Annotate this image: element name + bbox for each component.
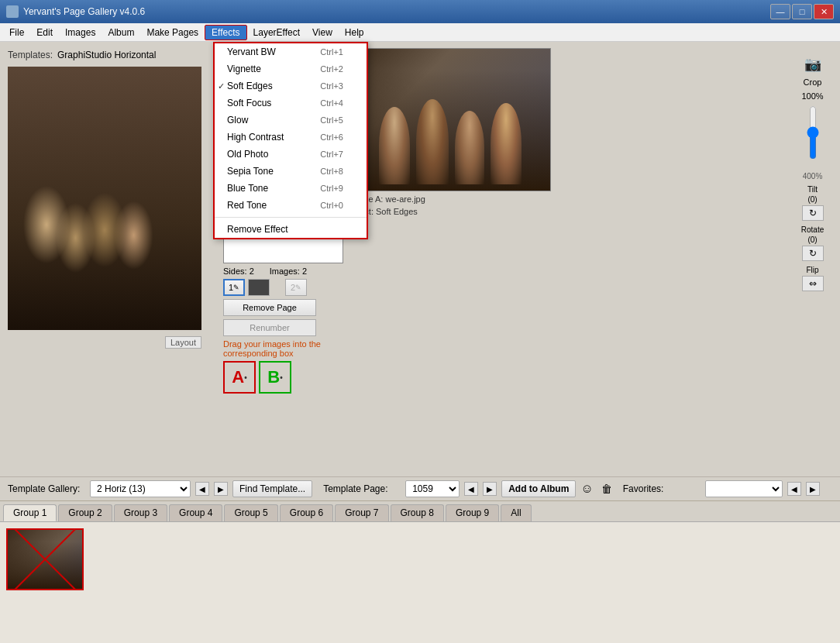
effect-yervant-bw[interactable]: Yervant BW Ctrl+1 xyxy=(215,43,367,60)
tilt-label: Tilt xyxy=(807,185,818,194)
group-tab-2[interactable]: Group 2 xyxy=(58,504,112,521)
drop-zone-b[interactable]: B• xyxy=(259,361,291,394)
rotate-btn[interactable]: ↻ xyxy=(802,246,824,261)
template-gallery-prev[interactable]: ◀ xyxy=(195,482,209,496)
thumbnail-item[interactable] xyxy=(6,528,84,590)
menu-makepages[interactable]: Make Pages xyxy=(140,26,205,40)
effect-glow[interactable]: Glow Ctrl+5 xyxy=(215,112,367,129)
menu-edit[interactable]: Edit xyxy=(30,26,59,40)
template-page-next[interactable]: ▶ xyxy=(483,482,497,496)
zoom-label: 400% xyxy=(803,172,823,181)
flip-label: Flip xyxy=(806,266,818,274)
drop-zone-a[interactable]: A• xyxy=(223,361,256,394)
rotate-label: Rotate xyxy=(801,225,824,234)
left-panel: Templates: GraphiStudio Horizontal Layou… xyxy=(0,42,217,476)
menu-effects[interactable]: Effects xyxy=(205,25,246,40)
title-bar: Yervant's Page Gallery v4.0.6 — □ ✕ xyxy=(0,0,840,23)
menu-help[interactable]: Help xyxy=(339,26,370,40)
right-controls: 📷 Crop 100% 400% Tilt (0) ↻ Rotate (0) ↻… xyxy=(791,48,834,470)
template-gallery-label: Template Gallery: xyxy=(8,483,85,494)
group-tab-5[interactable]: Group 5 xyxy=(224,504,277,521)
preview-area: Image A: we-are.jpg Effect: Soft Edges xyxy=(349,48,785,470)
add-to-album-button[interactable]: Add to Album xyxy=(501,480,576,497)
maximize-button[interactable]: □ xyxy=(792,4,812,19)
crop-percent: 100% xyxy=(801,91,823,101)
trash-icon[interactable]: 🗑 xyxy=(601,483,612,495)
template-page-prev[interactable]: ◀ xyxy=(464,482,478,496)
template-gallery-next[interactable]: ▶ xyxy=(214,482,228,496)
layout-label[interactable]: Layout xyxy=(165,336,201,349)
preview-image xyxy=(349,48,551,191)
main-content: Templates: GraphiStudio Horizontal Layou… xyxy=(0,42,840,476)
group-content xyxy=(0,522,840,643)
template-preview xyxy=(8,67,201,330)
template-page-label: Template Page: xyxy=(323,483,401,494)
template-image xyxy=(8,67,201,330)
crop-slider[interactable] xyxy=(807,105,819,160)
group-tab-1[interactable]: Group 1 xyxy=(3,504,57,521)
template-value: GraphiStudio Horizontal xyxy=(57,50,156,60)
tilt-value: (0) xyxy=(807,195,817,204)
smiley-icon[interactable]: ☺ xyxy=(580,482,593,496)
group-tab-4[interactable]: Group 4 xyxy=(169,504,222,521)
remove-page-button[interactable]: Remove Page xyxy=(223,299,316,316)
group-tab-3[interactable]: Group 3 xyxy=(114,504,167,521)
menu-album[interactable]: Album xyxy=(102,26,140,40)
group-tabs: Group 1 Group 2 Group 3 Group 4 Group 5 … xyxy=(0,501,840,522)
menu-view[interactable]: View xyxy=(306,26,339,40)
effects-dropdown: Yervant BW Ctrl+1 Vignette Ctrl+2 ✓ Soft… xyxy=(213,42,368,239)
page-black-btn[interactable] xyxy=(248,279,270,296)
favorites-label: Favorites: xyxy=(623,483,701,494)
minimize-button[interactable]: — xyxy=(770,4,790,19)
favorites-select[interactable] xyxy=(705,480,783,497)
effect-sepia-tone[interactable]: Sepia Tone Ctrl+8 xyxy=(215,163,367,180)
effect-blue-tone[interactable]: Blue Tone Ctrl+9 xyxy=(215,180,367,197)
effect-high-contrast[interactable]: High Contrast Ctrl+6 xyxy=(215,129,367,146)
menu-images[interactable]: Images xyxy=(59,26,102,40)
cross-overlay xyxy=(8,530,82,589)
effect-soft-focus[interactable]: Soft Focus Ctrl+4 xyxy=(215,95,367,112)
find-template-button[interactable]: Find Template... xyxy=(232,480,312,497)
favorites-prev[interactable]: ◀ xyxy=(787,482,801,496)
menu-bar: File Edit Images Album Make Pages Effect… xyxy=(0,23,840,42)
template-gallery-select[interactable]: 2 Horiz (13) xyxy=(90,480,191,497)
groups-bar: Group 1 Group 2 Group 3 Group 4 Group 5 … xyxy=(0,500,840,643)
page1-btn[interactable]: 1 ✎ xyxy=(223,279,245,296)
favorites-next[interactable]: ▶ xyxy=(806,482,820,496)
group-tab-all[interactable]: All xyxy=(501,504,531,521)
group-tab-7[interactable]: Group 7 xyxy=(335,504,388,521)
effect-vignette[interactable]: Vignette Ctrl+2 xyxy=(215,60,367,77)
crop-label: Crop xyxy=(804,77,822,87)
effect-soft-edges[interactable]: ✓ Soft Edges Ctrl+3 xyxy=(215,77,367,95)
camera-icon[interactable]: 📷 xyxy=(804,56,821,73)
menu-layereffect[interactable]: LayerEffect xyxy=(247,26,306,40)
templates-label: Templates: xyxy=(8,50,53,60)
app-title: Yervant's Page Gallery v4.0.6 xyxy=(23,6,145,17)
close-button[interactable]: ✕ xyxy=(814,4,834,19)
group-tab-9[interactable]: Group 9 xyxy=(446,504,499,521)
rotate-value: (0) xyxy=(807,236,817,244)
renumber-button[interactable]: Renumber xyxy=(223,319,316,336)
group-tab-8[interactable]: Group 8 xyxy=(391,504,444,521)
menu-file[interactable]: File xyxy=(3,26,30,40)
images-label: Images: 2 xyxy=(270,266,307,276)
tilt-rotate-btn[interactable]: ↻ xyxy=(802,205,824,221)
effect-old-photo[interactable]: Old Photo Ctrl+7 xyxy=(215,146,367,163)
app-icon xyxy=(6,5,19,18)
page2-btn[interactable]: 2 ✎ xyxy=(285,279,307,296)
sides-label: Sides: 2 xyxy=(223,266,254,276)
drag-label: Drag your images into the corresponding … xyxy=(223,339,343,358)
template-page-select[interactable]: 1059 xyxy=(405,480,460,497)
group-tab-6[interactable]: Group 6 xyxy=(280,504,333,521)
effect-red-tone[interactable]: Red Tone Ctrl+0 xyxy=(215,197,367,214)
effect-remove[interactable]: Remove Effect xyxy=(215,221,367,238)
flip-btn[interactable]: ⇔ xyxy=(802,276,824,291)
